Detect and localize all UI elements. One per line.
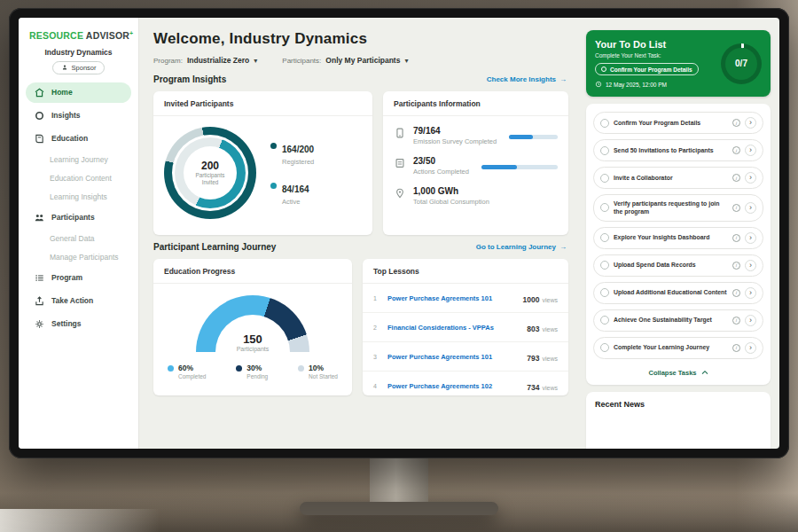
- clock-icon: [595, 81, 602, 88]
- chevron-right-icon[interactable]: ›: [745, 172, 756, 184]
- stat-global-consumption: 1,000 GWh Total Global Consumption: [394, 186, 558, 206]
- invited-donut-chart: 200 Participants Invited: [164, 127, 256, 219]
- task-row-explore-insights[interactable]: Explore Your Insights Dashboard i ›: [593, 227, 763, 249]
- info-icon[interactable]: i: [732, 289, 740, 297]
- sidebar-item-participants[interactable]: Participants: [26, 207, 131, 228]
- info-icon[interactable]: i: [732, 344, 740, 352]
- chevron-right-icon[interactable]: ›: [745, 117, 756, 129]
- stat-emission-survey: 79/164 Emission Survey Completed: [394, 126, 558, 145]
- legend-completed: 60% Completed: [168, 364, 206, 379]
- program-insights-header: Program Insights Check More Insights →: [153, 74, 567, 84]
- sidebar-item-home[interactable]: Home: [26, 82, 131, 103]
- sidebar-item-education[interactable]: Education: [26, 129, 131, 149]
- lesson-link[interactable]: Financial Considerations - VPPAs: [387, 324, 520, 332]
- program-filter-value: Industrialize Zero: [187, 56, 249, 65]
- task-row-confirm-program[interactable]: Confirm Your Program Details i ›: [593, 112, 763, 134]
- lesson-row[interactable]: 1 Power Purchase Agreements 101 1000view…: [363, 284, 568, 313]
- task-checkbox[interactable]: [600, 146, 609, 155]
- card-title: Participants Information: [383, 91, 568, 116]
- task-row-achieve-sustainability-target[interactable]: Achieve One Sustainability Target i ›: [593, 309, 763, 332]
- info-icon[interactable]: i: [732, 317, 740, 325]
- chevron-right-icon[interactable]: ›: [745, 145, 756, 156]
- gauge-legend: 60% Completed 30% Pending: [162, 364, 343, 379]
- sidebar-item-take-action[interactable]: Take Action: [26, 291, 131, 311]
- sidebar-item-manage-participants[interactable]: Manage Participants: [26, 249, 131, 265]
- sidebar-item-settings[interactable]: Settings: [26, 314, 131, 334]
- monitor-frame: RESOURCE ADVISOR+ Industry Dynamics Spon…: [9, 8, 789, 458]
- task-checkbox[interactable]: [600, 119, 609, 128]
- todo-progress-value: 0/7: [725, 48, 757, 80]
- person-icon: [61, 64, 68, 71]
- task-checkbox[interactable]: [600, 174, 609, 183]
- scene: RESOURCE ADVISOR+ Industry Dynamics Spon…: [0, 0, 798, 532]
- next-task-pill[interactable]: Confirm Your Program Details: [595, 63, 699, 75]
- chevron-right-icon[interactable]: ›: [745, 232, 756, 244]
- lesson-row[interactable]: 2 Financial Considerations - VPPAs 803vi…: [363, 313, 568, 342]
- info-icon[interactable]: i: [732, 146, 740, 154]
- education-gauge-chart: 150 Participants: [196, 295, 309, 352]
- lesson-row[interactable]: 4 Power Purchase Agreements 102 734views: [363, 372, 568, 395]
- chevron-right-icon[interactable]: ›: [745, 202, 756, 214]
- logo-text-resource: RESOURCE: [29, 30, 83, 41]
- chevron-right-icon[interactable]: ›: [745, 342, 756, 354]
- sidebar-item-general-data[interactable]: General Data: [26, 231, 131, 246]
- task-checkbox[interactable]: [600, 316, 609, 325]
- learning-cards: Education Progress 150 Participants: [153, 259, 568, 395]
- task-row-send-invitations[interactable]: Send 50 Invitations to Participants i ›: [593, 139, 763, 161]
- go-to-learning-journey-link[interactable]: Go to Learning Journey →: [476, 243, 567, 251]
- sidebar-item-education-content[interactable]: Education Content: [26, 170, 131, 186]
- task-checkbox[interactable]: [600, 203, 609, 212]
- info-icon[interactable]: i: [732, 119, 740, 127]
- card-title: Education Progress: [153, 259, 352, 284]
- checklist-icon: [394, 157, 406, 169]
- sidebar-item-insights[interactable]: Insights: [26, 106, 131, 126]
- action-arrow-icon: [34, 295, 45, 307]
- chevron-right-icon[interactable]: ›: [745, 260, 756, 271]
- task-row-complete-learning-journey[interactable]: Complete Your Learning Journey i ›: [593, 337, 763, 359]
- home-icon: [34, 87, 45, 98]
- todo-progress-ring: 0/7: [721, 43, 762, 84]
- chevron-down-icon: ▾: [254, 57, 257, 65]
- program-dropdown[interactable]: Program: Industrialize Zero ▾: [153, 56, 257, 65]
- task-row-invite-collaborator[interactable]: Invite a Collaborator i ›: [593, 167, 763, 189]
- monitor-stand-neck: [370, 458, 428, 505]
- legend-registered: 164/200 Registered: [270, 140, 314, 166]
- todo-summary-card: Your To Do List Complete Your Next Task:…: [586, 30, 771, 97]
- sidebar-item-learning-insights[interactable]: Learning Insights: [26, 189, 131, 205]
- invited-participants-card: Invited Participants 200 Participants In…: [153, 91, 372, 235]
- info-icon[interactable]: i: [732, 234, 740, 242]
- task-checkbox[interactable]: [600, 233, 609, 242]
- lesson-row[interactable]: 3 Power Purchase Agreements 101 793views: [363, 342, 568, 372]
- participants-dropdown[interactable]: Participants: Only My Participants ▾: [282, 56, 408, 65]
- task-checkbox[interactable]: [600, 288, 609, 297]
- check-more-insights-link[interactable]: Check More Insights →: [487, 75, 567, 83]
- task-checkbox[interactable]: [600, 343, 609, 352]
- sidebar-item-label: Participants: [51, 213, 95, 222]
- info-icon[interactable]: i: [732, 262, 740, 270]
- lesson-link[interactable]: Power Purchase Agreements 101: [387, 353, 520, 361]
- registered-dot: [270, 143, 277, 149]
- task-checkbox[interactable]: [600, 261, 609, 270]
- chevron-right-icon[interactable]: ›: [745, 287, 756, 299]
- task-row-upload-spend-data[interactable]: Upload Spend Data Records i ›: [593, 254, 763, 277]
- lesson-link[interactable]: Power Purchase Agreements 102: [387, 382, 520, 390]
- card-title: Invited Participants: [153, 91, 372, 116]
- sponsor-badge[interactable]: Sponsor: [52, 61, 106, 74]
- donut-legend: 164/200 Registered 84/164 Active: [270, 140, 314, 206]
- gauge-center-label: Participants: [237, 346, 270, 352]
- info-icon[interactable]: i: [732, 174, 740, 182]
- task-row-upload-educational-content[interactable]: Upload Additional Educational Content i …: [593, 282, 763, 304]
- chevron-down-icon: ▾: [404, 57, 408, 65]
- info-icon[interactable]: i: [732, 204, 740, 212]
- todo-subtitle: Complete Your Next Task:: [595, 52, 714, 59]
- arrow-right-icon: →: [559, 75, 567, 83]
- chevron-right-icon[interactable]: ›: [745, 315, 756, 326]
- not-started-dot: [298, 365, 304, 372]
- lesson-link[interactable]: Power Purchase Agreements 101: [387, 294, 516, 302]
- collapse-tasks-button[interactable]: Collapse Tasks: [593, 364, 763, 383]
- sidebar-item-label: Education: [51, 134, 88, 143]
- sidebar-item-program[interactable]: Program: [26, 268, 131, 288]
- task-row-verify-participants[interactable]: Verify participants requesting to join t…: [593, 194, 763, 222]
- sidebar-item-learning-journey[interactable]: Learning Journey: [26, 152, 131, 168]
- participants-filter-label: Participants:: [282, 57, 321, 65]
